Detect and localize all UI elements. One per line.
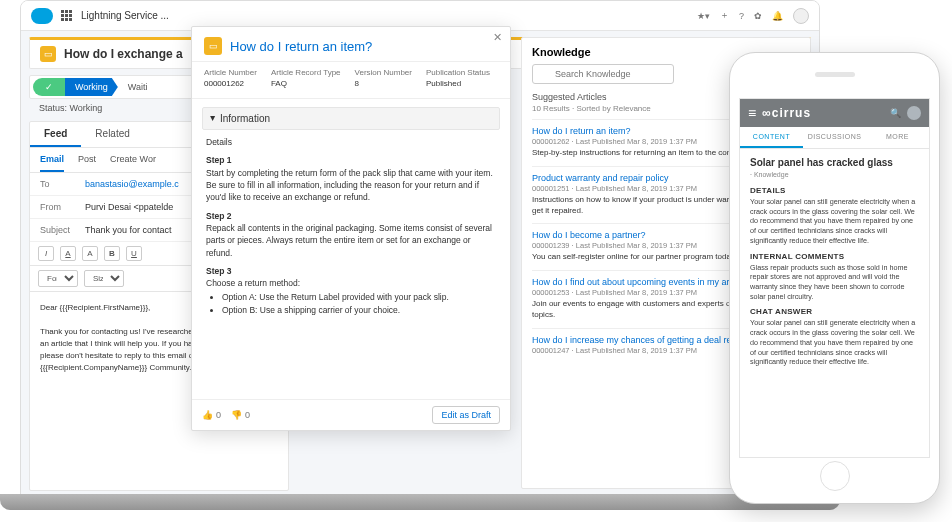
laptop-frame: Lightning Service ... ★▾ ＋ ? ✿ 🔔 ▭ How d…	[20, 0, 820, 495]
step2-heading: Step 2	[206, 210, 496, 222]
add-icon[interactable]: ＋	[720, 9, 729, 22]
modal-title: How do I return an item?	[230, 39, 372, 54]
page-title: How do I exchange a	[64, 47, 183, 61]
tab-feed[interactable]: Feed	[30, 122, 81, 147]
path-stage-working[interactable]: Working	[65, 78, 118, 96]
avatar[interactable]	[793, 8, 809, 24]
breadcrumb: · Knowledge	[750, 171, 919, 178]
info-section-header[interactable]: ▸Information	[202, 107, 500, 130]
laptop-base	[0, 494, 840, 510]
underline-a-button[interactable]: A	[60, 246, 76, 261]
favorite-icon[interactable]: ★▾	[697, 11, 710, 21]
bold-button[interactable]: B	[104, 246, 120, 261]
thumbs-down-icon: 👎	[231, 410, 242, 420]
article-icon: ▭	[204, 37, 222, 55]
thumbs-down-button[interactable]: 👎0	[231, 410, 250, 420]
article-icon: ▭	[40, 46, 56, 62]
hamburger-icon[interactable]: ≡	[748, 105, 756, 121]
step1-heading: Step 1	[206, 154, 496, 166]
thumbs-up-button[interactable]: 👍0	[202, 410, 221, 420]
app-name: Lightning Service ...	[81, 10, 169, 21]
section-text: Your solar panel can still generate elec…	[750, 318, 919, 367]
section-heading: INTERNAL COMMENTS	[750, 252, 919, 261]
section-text: Glass repair products such as those sold…	[750, 263, 919, 302]
size-select[interactable]: Size	[84, 270, 124, 287]
phone-tab-more[interactable]: MORE	[866, 127, 929, 148]
step3-text: Choose a return method:	[206, 277, 496, 289]
section-heading: DETAILS	[750, 186, 919, 195]
font-select[interactable]: Font	[38, 270, 78, 287]
avatar[interactable]	[907, 106, 921, 120]
chevron-down-icon: ▸	[208, 116, 219, 121]
phone-tab-content[interactable]: CONTENT	[740, 127, 803, 148]
section-text: Your solar panel can still generate elec…	[750, 197, 919, 246]
italic-button[interactable]: I	[38, 246, 54, 261]
gear-icon[interactable]: ✿	[754, 11, 762, 21]
path-stage-next[interactable]: Waiti	[118, 82, 148, 92]
phone-frame: ≡ ∞cirrus 🔍 CONTENT DISCUSSIONS MORE Sol…	[729, 52, 940, 504]
to-label: To	[40, 179, 85, 189]
from-value[interactable]: Purvi Desai <ppatelde	[85, 202, 173, 212]
step3-option-b: Option B: Use a shipping carrier of your…	[222, 304, 496, 316]
from-label: From	[40, 202, 85, 212]
close-icon[interactable]: ✕	[493, 31, 502, 44]
help-icon[interactable]: ?	[739, 11, 744, 21]
edit-as-draft-button[interactable]: Edit as Draft	[432, 406, 500, 424]
subject-value[interactable]: Thank you for contact	[85, 225, 172, 235]
app-launcher-icon[interactable]	[61, 10, 73, 22]
status-line: Status: Working	[39, 103, 102, 113]
article-title: Solar panel has cracked glass	[750, 157, 919, 168]
search-input[interactable]	[532, 64, 674, 84]
underline-button[interactable]: U	[126, 246, 142, 261]
subtab-post[interactable]: Post	[78, 148, 96, 172]
step2-text: Repack all contents in the original pack…	[206, 222, 496, 259]
step1-text: Start by completing the return form of t…	[206, 167, 496, 204]
tab-related[interactable]: Related	[81, 122, 143, 147]
step3-heading: Step 3	[206, 265, 496, 277]
knowledge-title: Knowledge	[532, 46, 591, 58]
subtab-create[interactable]: Create Wor	[110, 148, 156, 172]
subject-label: Subject	[40, 225, 85, 235]
topbar-actions: ★▾ ＋ ? ✿ 🔔	[697, 8, 809, 24]
search-icon[interactable]: 🔍	[890, 108, 901, 118]
phone-tab-discussions[interactable]: DISCUSSIONS	[803, 127, 866, 148]
phone-header: ≡ ∞cirrus 🔍	[740, 99, 929, 127]
path-complete-icon[interactable]: ✓	[33, 78, 65, 96]
salesforce-logo-icon	[31, 8, 53, 24]
article-modal: ▭ How do I return an item? ✕ Article Num…	[191, 26, 511, 431]
details-label: Details	[206, 136, 496, 148]
to-value[interactable]: banastasio@example.c	[85, 179, 179, 189]
bell-icon[interactable]: 🔔	[772, 11, 783, 21]
section-heading: CHAT ANSWER	[750, 307, 919, 316]
subtab-email[interactable]: Email	[40, 148, 64, 172]
brand-logo: ∞cirrus	[762, 106, 811, 120]
thumbs-up-icon: 👍	[202, 410, 213, 420]
modal-meta: Article Number000001262 Article Record T…	[192, 62, 510, 99]
text-bg-button[interactable]: A	[82, 246, 98, 261]
step3-option-a: Option A: Use the Return Label provided …	[222, 291, 496, 303]
